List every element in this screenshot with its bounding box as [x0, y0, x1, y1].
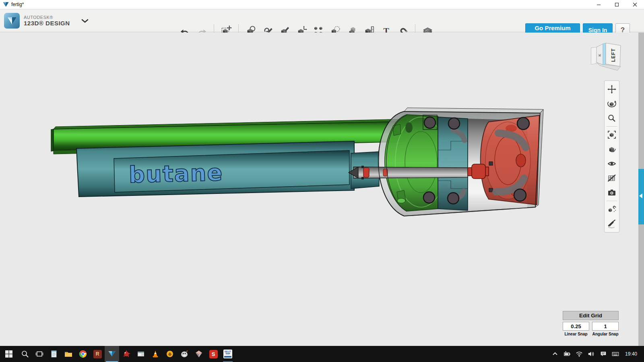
app-window-icon [136, 350, 145, 358]
notepad-icon [50, 350, 58, 358]
battery-icon [564, 350, 571, 358]
start-button[interactable] [0, 346, 18, 362]
taskbar-app-shotcut[interactable]: S [206, 346, 221, 362]
minimize-button[interactable] [590, 0, 608, 9]
taskbar-app-paint-splat[interactable] [119, 346, 134, 362]
taskbar-app-r[interactable]: R [90, 346, 105, 362]
r-app-icon: R [93, 350, 102, 358]
hide-grid-icon[interactable] [605, 171, 619, 185]
chrome-icon [78, 350, 87, 358]
123d-logo-icon [4, 13, 20, 29]
action-center-button[interactable] [597, 346, 609, 362]
volume-indicator[interactable] [585, 346, 597, 362]
linear-snap-input[interactable] [563, 322, 589, 331]
123d-design-icon [107, 350, 116, 358]
view-cube-highlight-edge[interactable] [603, 43, 606, 65]
taskbar-app-meshlab[interactable] [192, 346, 206, 362]
snap-toggle-icon[interactable] [605, 202, 619, 216]
task-view-icon [35, 350, 44, 358]
tray-expand-button[interactable] [549, 346, 561, 362]
main-menu-bar: AUTODESK® 123D® DESIGN [0, 10, 644, 32]
app-window: fertig* AUTODESK® 123D® DESIGN [0, 0, 644, 362]
menu-chevron-icon[interactable] [81, 19, 89, 23]
taskbar-app-gimp[interactable] [177, 346, 192, 362]
hide-sketches-icon[interactable] [605, 216, 619, 231]
taskbar-app-slicer[interactable] [163, 346, 177, 362]
brand-line2: 123D® DESIGN [24, 20, 70, 27]
model-shaft[interactable] [349, 166, 468, 179]
windows-taskbar: R S DELFT SHIP [0, 346, 644, 362]
viewport-canvas[interactable]: butane [0, 33, 644, 346]
view-cube[interactable]: LEFT K [595, 39, 624, 74]
window-title: fertig* [11, 2, 24, 7]
battery-indicator[interactable] [561, 346, 573, 362]
taskbar-search-button[interactable] [18, 346, 32, 362]
view-cube-face-label: LEFT [611, 48, 616, 62]
linear-snap-label: Linear Snap [563, 332, 589, 336]
screenshot-icon[interactable] [605, 185, 619, 200]
toolbar-separator [607, 126, 617, 127]
zoom-icon[interactable] [605, 111, 619, 125]
view-cube-side-glyph: K [598, 53, 602, 56]
navigation-toolbar [604, 80, 619, 232]
touch-keyboard-button[interactable] [609, 346, 621, 362]
search-icon [21, 350, 29, 358]
model-3d[interactable]: butane [0, 33, 644, 346]
zoom-fit-icon[interactable] [605, 128, 619, 142]
angular-snap-label: Angular Snap [592, 332, 619, 336]
wifi-indicator[interactable] [573, 346, 585, 362]
parts-panel-tab[interactable] [638, 169, 644, 224]
wifi-icon [576, 350, 583, 358]
taskbar-app-file-explorer[interactable] [61, 346, 76, 362]
file-explorer-icon [64, 350, 73, 358]
title-bar: fertig* [0, 0, 644, 9]
taskbar-app-notepad[interactable] [47, 346, 61, 362]
brand-line1: AUTODESK® [24, 15, 70, 20]
action-center-icon [600, 350, 607, 358]
meshlab-icon [194, 350, 203, 358]
model-engraving-text: butane [128, 159, 223, 188]
windows-logo-icon [4, 350, 13, 358]
delftship-icon: DELFT SHIP [223, 350, 232, 358]
gimp-icon [180, 350, 189, 358]
chevron-up-icon [551, 350, 559, 358]
taskbar-app-delftship[interactable]: DELFT SHIP [221, 346, 235, 362]
taskbar-app-chrome[interactable] [76, 346, 90, 362]
slicer-icon [165, 350, 174, 358]
keyboard-icon [612, 350, 619, 358]
close-button[interactable] [626, 0, 644, 9]
taskbar-app-123d-design[interactable] [105, 346, 119, 362]
app-logo-icon [3, 2, 9, 7]
angular-snap-input[interactable] [592, 322, 619, 331]
shotcut-icon: S [209, 350, 218, 358]
toolbar-separator [607, 201, 617, 201]
taskbar-app-window[interactable] [134, 346, 148, 362]
maximize-button[interactable] [608, 0, 626, 9]
app-menu[interactable]: AUTODESK® 123D® DESIGN [4, 13, 89, 29]
visibility-icon[interactable] [605, 156, 619, 171]
panel-expand-arrow-icon [639, 193, 642, 198]
grid-settings-panel: Edit Grid Linear Snap Angular Snap [563, 311, 621, 336]
system-tray: 19:40 [549, 346, 644, 362]
view-mode-icon[interactable] [605, 142, 619, 156]
task-view-button[interactable] [32, 346, 47, 362]
vlc-icon [151, 350, 160, 358]
edit-grid-button[interactable]: Edit Grid [563, 311, 619, 320]
pan-icon[interactable] [605, 82, 619, 97]
taskbar-clock[interactable]: 19:40 [621, 351, 641, 357]
orbit-icon[interactable] [605, 97, 619, 111]
speaker-icon [588, 350, 595, 358]
paint-splat-icon [122, 350, 131, 358]
taskbar-app-vlc[interactable] [148, 346, 163, 362]
model-tank-body[interactable]: butane [76, 141, 379, 197]
go-premium-label: Go Premium [526, 25, 580, 32]
